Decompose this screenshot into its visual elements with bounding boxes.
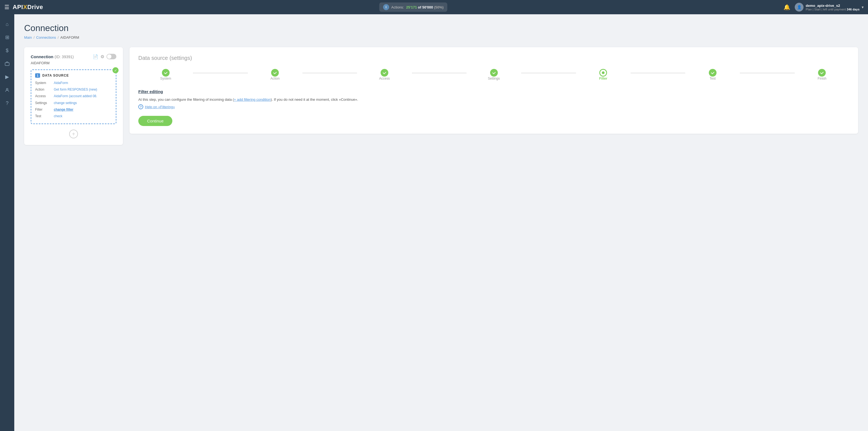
section-title: Filter editing [138,89,849,94]
step-label-access: Access [379,76,390,81]
ds-row-test: Test check [35,114,112,119]
ds-key-test: Test [35,114,52,119]
main-content: Connection Main / Connections / AIDAFORM… [14,14,868,431]
connection-name: AIDAFORM [31,61,116,65]
datasource-box: ✓ 1 DATA SOURCE System AidaForm Action G… [31,69,116,124]
right-card-title: Data source (settings) [138,55,849,61]
left-card-title: Connection (ID: 39391) [31,54,74,59]
toggle-switch[interactable] [106,54,116,59]
step-action: Action [248,69,302,81]
left-card-id: (ID: 39391) [55,55,74,59]
ds-val-access[interactable]: AidaForm (account added 08. [54,94,97,99]
gear-icon[interactable]: ⚙ [100,54,104,59]
sidebar-item-help[interactable]: ? [2,98,12,109]
logo-api: API [12,4,23,10]
left-card: Connection (ID: 39391) 📄 ⚙ AIDAFORM ✓ 1 … [24,47,123,145]
step-finish: Finish [795,69,849,81]
hamburger-icon[interactable]: ☰ [4,4,9,10]
page-title: Connection [24,23,858,33]
ds-val-action[interactable]: Get form RESPONSES (new) [54,87,97,92]
cards-row: Connection (ID: 39391) 📄 ⚙ AIDAFORM ✓ 1 … [24,47,858,145]
breadcrumb-connections[interactable]: Connections [36,35,56,39]
step-label-system: System [160,76,171,81]
step-circle-system [162,69,169,76]
step-label-finish: Finish [817,76,826,81]
help-filtering-link[interactable]: Help on «Filtering» [145,105,175,109]
left-card-header: Connection (ID: 39391) 📄 ⚙ [31,54,116,59]
logo-x: X [23,4,27,10]
connector-2 [302,73,357,73]
right-card: Data source (settings) System Act [129,47,858,134]
ds-val-settings[interactable]: change settings [54,100,77,106]
topnav-right: 🔔 👤 demo_apix-drive_s2 Plan | Start | le… [783,3,864,11]
chevron-down-icon: ▾ [862,5,864,9]
ds-key-filter: Filter [35,107,52,112]
actions-pct: (50%) [434,5,444,9]
actions-total: of 50'000 [418,5,433,9]
help-icon: ? [138,104,143,109]
actions-summary: i Actions: 25'171 of 50'000 (50%) [379,2,447,12]
step-circle-filter [599,69,607,76]
continue-button[interactable]: Continue [138,116,172,126]
doc-icon[interactable]: 📄 [93,54,98,59]
actions-info-icon: i [383,4,389,10]
sidebar-item-user[interactable] [2,85,12,95]
datasource-header: 1 DATA SOURCE [35,73,112,78]
step-circle-test [709,69,716,76]
breadcrumb-current: AIDAFORM [60,35,79,39]
left-card-icons: 📄 ⚙ [93,54,116,59]
step-system: System [138,69,193,81]
step-circle-finish [818,69,826,76]
ds-val-test[interactable]: check [54,114,62,119]
topnav: ☰ APIXDrive i Actions: 25'171 of 50'000 … [0,0,868,14]
actions-count: 25'171 of 50'000 (50%) [406,5,443,9]
sidebar-item-play[interactable]: ▶ [2,71,12,82]
help-row: ? Help on «Filtering» [138,104,849,109]
connector-1 [193,73,248,73]
step-circle-settings [490,69,498,76]
breadcrumb-main[interactable]: Main [24,35,32,39]
step-circle-access [381,69,388,76]
svg-point-1 [6,88,8,90]
step-circle-action [271,69,279,76]
add-block-button[interactable]: + [69,130,78,138]
step-label-test: Test [710,76,716,81]
step-test: Test [685,69,740,81]
ds-val-filter[interactable]: change filter [54,107,73,112]
sidebar-item-billing[interactable]: $ [2,45,12,56]
breadcrumb-sep-1: / [33,35,35,39]
logo-text: APIXDrive [12,4,43,11]
step-filter: Filter [576,69,631,81]
user-area[interactable]: 👤 demo_apix-drive_s2 Plan | Start | left… [795,3,864,11]
step-label-action: Action [271,76,280,81]
connector-6 [740,73,795,73]
user-info: demo_apix-drive_s2 Plan | Start | left u… [806,4,860,11]
logo-drive: Drive [27,4,43,10]
ds-key-system: System [35,81,52,86]
sidebar-item-grid[interactable]: ⊞ [2,32,12,43]
ds-row-filter: Filter change filter [35,107,112,112]
ds-row-access: Access AidaForm (account added 08. [35,94,112,99]
sidebar-item-work[interactable] [2,58,12,69]
add-filter-condition-link[interactable]: + add filtering condition [234,97,271,101]
ds-row-system: System AidaForm [35,81,112,86]
sidebar-item-home[interactable]: ⌂ [2,19,12,30]
ds-key-settings: Settings [35,100,52,106]
bell-icon[interactable]: 🔔 [783,4,790,10]
topnav-left: ☰ APIXDrive [4,4,43,11]
step-access: Access [357,69,412,81]
connector-4 [521,73,576,73]
ds-row-action: Action Get form RESPONSES (new) [35,87,112,92]
breadcrumb: Main / Connections / AIDAFORM [24,35,858,39]
connector-5 [631,73,685,73]
ds-row-settings: Settings change settings [35,100,112,106]
user-name: demo_apix-drive_s2 [806,4,860,8]
logo: APIXDrive [12,4,43,11]
user-plan: Plan | Start | left until payment 346 da… [806,8,860,11]
step-label-filter: Filter [599,76,607,81]
ds-key-access: Access [35,94,52,99]
steps-container: System Action Access [138,69,849,81]
datasource-done-badge: ✓ [113,67,119,73]
ds-val-system[interactable]: AidaForm [54,81,68,86]
breadcrumb-sep-2: / [58,35,59,39]
